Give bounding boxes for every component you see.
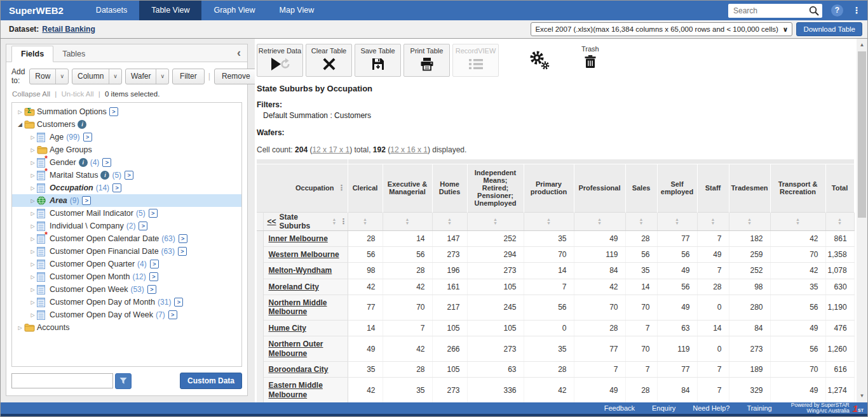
add-field-arrow-button[interactable]: > [125, 171, 133, 180]
collapse-rows-link[interactable]: << [268, 217, 276, 226]
add-field-arrow-button[interactable]: > [102, 158, 111, 167]
custom-data-button[interactable]: Custom Data [180, 373, 242, 389]
row-label-link[interactable]: Boroondara City [269, 365, 329, 374]
tree-item-customer-open-financial-date[interactable]: ▷Customer Open Financial Date(63)> [12, 245, 241, 258]
kebab-menu-icon[interactable]: ⋮ [340, 217, 348, 226]
field-search-input[interactable] [11, 373, 113, 388]
row-label-link[interactable]: Melton-Wyndham [269, 266, 332, 275]
tree-item-customer-open-month[interactable]: ▷Customer Open Month(12)> [12, 270, 241, 283]
row-label-link[interactable]: Northern Outer Melbourne [269, 340, 323, 357]
add-field-arrow-button[interactable]: > [109, 107, 118, 116]
footer-link-training[interactable]: Training [747, 404, 771, 412]
tree-item-summation-options[interactable]: ▷ΣSummation Options> [12, 105, 241, 118]
column-sort-cell[interactable]: ▲▼ [657, 212, 697, 230]
scroll-down-icon[interactable]: ▼ [857, 391, 867, 401]
column-sort-cell[interactable]: ▲▼ [383, 212, 432, 230]
add-field-arrow-button[interactable]: > [82, 196, 91, 205]
toolbar-save-table-button[interactable]: Save Table [355, 44, 401, 77]
expand-node-icon[interactable]: ▷ [29, 236, 37, 242]
column-sort-cell[interactable]: ▲▼ [467, 212, 524, 230]
dataset-link[interactable]: Retail Banking [42, 25, 95, 34]
tree-item-customers[interactable]: ◢Customersi [12, 118, 241, 131]
tree-item-customer-open-week[interactable]: ▷Customer Open Week(53)> [12, 283, 241, 296]
tree-item-occupation[interactable]: ▷Occupation(14)> [12, 182, 241, 194]
row-label-link[interactable]: Hume City [269, 324, 306, 333]
field-filter-button[interactable] [115, 373, 132, 389]
tree-item-customer-open-day-of-month[interactable]: ▷Customer Open Day of Month(31)> [12, 296, 241, 308]
add-field-arrow-button[interactable]: > [179, 234, 187, 243]
footer-link-enquiry[interactable]: Enquiry [652, 404, 675, 412]
untick-all-link[interactable]: Un-tick All [62, 90, 94, 98]
sort-toggle-icon[interactable]: ▲▼ [837, 218, 842, 225]
expand-node-icon[interactable]: ▷ [29, 173, 37, 178]
column-sort-cell[interactable]: ▲▼ [432, 212, 467, 230]
collapse-all-link[interactable]: Collapse All [12, 90, 50, 98]
expand-node-icon[interactable]: ▷ [29, 135, 37, 140]
tree-item-age[interactable]: ▷Age(99)> [12, 131, 241, 143]
info-icon[interactable]: i [79, 158, 88, 167]
sort-toggle-icon[interactable]: ▲▼ [675, 218, 679, 225]
expand-node-icon[interactable]: ▷ [29, 249, 37, 255]
overflow-menu-icon[interactable]: ⋮ [852, 4, 861, 17]
help-icon[interactable]: ? [831, 4, 843, 17]
column-sort-cell[interactable]: ▲▼ [625, 212, 657, 230]
total-dims-link[interactable]: 12 x 17 x 1 [312, 145, 349, 154]
add-field-arrow-button[interactable]: > [168, 310, 177, 319]
search-input[interactable] [733, 6, 808, 15]
footer-link-need-help[interactable]: Need Help? [693, 404, 729, 412]
tree-item-customer-open-calendar-date[interactable]: ▷*Customer Open Calendar Date(63)> [12, 232, 241, 245]
row-label-link[interactable]: Eastern Middle Melbourne [269, 381, 323, 399]
add-field-arrow-button[interactable]: > [139, 222, 147, 230]
column-sort-cell[interactable]: ▲▼ [574, 212, 625, 230]
sort-toggle-icon[interactable]: ▲▼ [332, 218, 337, 225]
expand-node-icon[interactable]: ▷ [29, 147, 37, 153]
expand-node-icon[interactable]: ▷ [29, 211, 37, 216]
sidebar-tab-fields[interactable]: Fields [11, 46, 53, 62]
nav-tab-graph-view[interactable]: Graph View [201, 1, 267, 20]
toolbar-print-table-button[interactable]: Print Table [403, 44, 450, 77]
info-icon[interactable]: i [100, 171, 109, 180]
table-options-gears-icon[interactable] [528, 50, 551, 72]
add-to-column-dropdown[interactable]: Column∨ [72, 69, 122, 84]
scrollbar-thumb[interactable] [858, 51, 866, 218]
sort-toggle-icon[interactable]: ▲▼ [493, 218, 498, 225]
kebab-menu-icon[interactable]: ⋮ [338, 183, 346, 192]
tree-item-marital-status[interactable]: ▷*Marital Statusi(5)> [12, 169, 241, 182]
add-field-arrow-button[interactable]: > [83, 133, 92, 142]
collapse-node-icon[interactable]: ◢ [16, 121, 24, 128]
sidebar-tab-tables[interactable]: Tables [53, 46, 94, 62]
row-label-link[interactable]: Western Melbourne [269, 250, 339, 259]
tree-item-area[interactable]: ▷Area(9)> [12, 194, 241, 207]
info-icon[interactable]: i [78, 120, 86, 129]
nav-tab-datasets[interactable]: Datasets [84, 1, 139, 20]
displayed-dims-link[interactable]: 12 x 16 x 1 [390, 145, 428, 154]
tree-item-accounts[interactable]: ▷Accounts [12, 321, 241, 334]
add-to-wafer-dropdown[interactable]: Wafer∨ [125, 69, 169, 84]
sort-toggle-icon[interactable]: ▲▼ [405, 218, 410, 225]
expand-node-icon[interactable]: ▷ [29, 185, 37, 191]
add-field-arrow-button[interactable]: > [149, 209, 158, 218]
nav-tab-map-view[interactable]: Map View [268, 1, 327, 20]
column-sort-cell[interactable]: ▲▼ [348, 212, 383, 230]
footer-link-feedback[interactable]: Feedback [604, 404, 635, 412]
expand-node-icon[interactable]: ▷ [29, 160, 37, 166]
sort-toggle-icon[interactable]: ▲▼ [363, 218, 367, 225]
tree-item-customer-open-day-of-week[interactable]: ▷Customer Open Day of Week(7)> [12, 308, 241, 321]
column-sort-cell[interactable]: ▲▼ [697, 212, 729, 230]
expand-node-icon[interactable]: ▷ [29, 274, 37, 280]
add-to-row-dropdown[interactable]: Row∨ [29, 69, 69, 84]
column-sort-cell[interactable]: ▲▼ [729, 212, 770, 230]
remove-button[interactable]: Remove [214, 69, 258, 84]
toolbar-clear-table-button[interactable]: Clear Table [306, 44, 352, 77]
sidebar-collapse-icon[interactable]: ‹ [237, 46, 241, 60]
sort-toggle-icon[interactable]: ▲▼ [711, 218, 715, 225]
tree-item-customer-open-quarter[interactable]: ▷Customer Open Quarter(4)> [12, 258, 241, 270]
toolbar-retrieve-data-button[interactable]: Retrieve Data [257, 44, 303, 77]
download-table-button[interactable]: Download Table [796, 22, 862, 36]
sort-toggle-icon[interactable]: ▲▼ [447, 218, 452, 225]
scroll-up-icon[interactable]: ▲ [857, 40, 867, 50]
add-field-arrow-button[interactable]: > [178, 247, 187, 256]
row-label-link[interactable]: Northern Middle Melbourne [269, 298, 327, 316]
sort-toggle-icon[interactable]: ▲▼ [796, 218, 800, 225]
add-field-arrow-button[interactable]: > [149, 272, 158, 281]
